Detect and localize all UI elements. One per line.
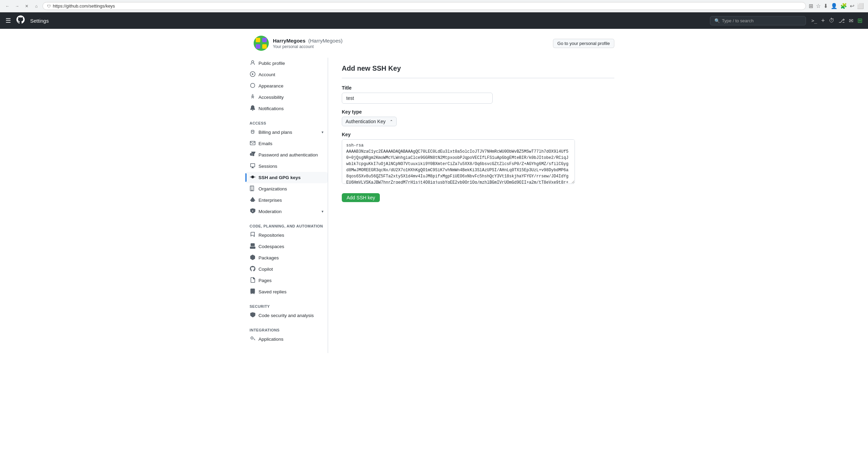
notifications-icon — [250, 105, 256, 112]
sidebar-item-label: Accessibility — [258, 95, 284, 100]
key-type-form-group: Key type Authentication Key ⌃ — [342, 109, 614, 126]
app-header: ☰ Settings 🔍 Type / to search >_ + ⏱ ⎇ ✉… — [0, 12, 868, 29]
sidebar-item-label: Enterprises — [258, 198, 282, 203]
organizations-icon — [250, 186, 256, 192]
star-icon[interactable]: ☆ — [816, 3, 821, 9]
forward-button[interactable]: → — [14, 3, 21, 10]
svg-rect-3 — [256, 44, 260, 49]
extensions-icon[interactable]: ⊞ — [809, 3, 813, 9]
svg-rect-2 — [262, 38, 267, 42]
sidebar-item-organizations[interactable]: Organizations — [245, 183, 328, 195]
inbox-icon[interactable]: ✉ — [849, 17, 853, 24]
sidebar-item-label: Repositories — [258, 233, 284, 238]
search-icon: 🔍 — [714, 18, 720, 23]
avatar — [254, 36, 269, 51]
sidebar-item-label: Organizations — [258, 186, 287, 191]
profile-sub-label: Your personal account — [273, 44, 342, 49]
chevron-down-icon: ⌃ — [390, 119, 393, 124]
clock-icon[interactable]: ⏱ — [829, 17, 834, 24]
sidebar-item-sessions[interactable]: Sessions — [245, 161, 328, 172]
terminal-icon[interactable]: >_ — [811, 18, 817, 23]
sidebar-item-password-auth[interactable]: Password and authentication — [245, 149, 328, 161]
sidebar-item-billing[interactable]: Billing and plans ▾ — [245, 127, 328, 138]
svg-rect-4 — [262, 44, 267, 49]
key-type-select[interactable]: Authentication Key ⌃ — [342, 117, 397, 126]
sidebar-item-packages[interactable]: Packages — [245, 252, 328, 264]
sidebar: Public profile Account Appearance Access… — [245, 58, 328, 353]
back-button[interactable]: ← — [4, 3, 11, 10]
search-bar[interactable]: 🔍 Type / to search — [710, 16, 806, 25]
sidebar-item-label: Public profile — [258, 61, 285, 66]
sidebar-item-account[interactable]: Account — [245, 69, 328, 80]
add-ssh-key-button[interactable]: Add SSH key — [342, 193, 380, 202]
emails-icon — [250, 140, 256, 147]
reload-button[interactable]: ✕ — [23, 3, 30, 10]
sidebar-item-label: Pages — [258, 278, 272, 283]
sidebar-item-appearance[interactable]: Appearance — [245, 80, 328, 92]
sidebar-item-moderation[interactable]: Moderation ▾ — [245, 206, 328, 217]
repo-icon[interactable]: ⎇ — [839, 17, 845, 24]
profile-banner: HarryMegoes (HarryMegoes) Your personal … — [245, 29, 623, 58]
key-textarea[interactable]: ssh-rsa AAAAB3NzaC1yc2EAAAADAQABAAAgQC70… — [342, 139, 575, 184]
sidebar-item-codespaces[interactable]: Codespaces — [245, 241, 328, 252]
enterprises-icon — [250, 197, 256, 203]
puzzle-icon[interactable]: 🧩 — [840, 3, 847, 9]
undo-icon[interactable]: ↩ — [850, 3, 854, 9]
url-text: https://github.com/settings/keys — [53, 3, 115, 9]
window-icon[interactable]: ⬜ — [857, 3, 864, 9]
packages-icon — [250, 255, 256, 261]
github-logo[interactable] — [16, 15, 25, 26]
sidebar-item-enterprises[interactable]: Enterprises — [245, 195, 328, 206]
sidebar-item-label: Appearance — [258, 83, 284, 89]
sidebar-item-copilot[interactable]: Copilot — [245, 264, 328, 275]
sidebar-item-emails[interactable]: Emails — [245, 138, 328, 149]
personal-profile-button[interactable]: Go to your personal profile — [553, 39, 614, 48]
password-icon — [250, 152, 256, 158]
sidebar-item-pages[interactable]: Pages — [245, 275, 328, 286]
svg-rect-1 — [256, 38, 260, 42]
apps-icon[interactable]: ⊞ — [857, 17, 863, 24]
hamburger-button[interactable]: ☰ — [5, 17, 11, 24]
key-type-label: Key type — [342, 109, 614, 115]
browser-toolbar-right: ⊞ ☆ ⬇ 👤 🧩 ↩ ⬜ — [809, 3, 864, 9]
download-icon[interactable]: ⬇ — [823, 3, 828, 9]
title-input[interactable] — [342, 93, 493, 104]
header-actions: >_ + ⏱ ⎇ ✉ ⊞ — [811, 17, 863, 24]
sidebar-item-label: Emails — [258, 141, 273, 146]
sidebar-item-label: Sessions — [258, 164, 277, 169]
security-icon — [250, 312, 256, 319]
sidebar-item-ssh-gpg[interactable]: SSH and GPG keys — [245, 172, 328, 183]
sidebar-item-code-security[interactable]: Code security and analysis — [245, 310, 328, 321]
repo-icon — [250, 232, 256, 238]
ssh-icon — [250, 174, 256, 181]
browser-chrome: ← → ✕ ⌂ 🛡 https://github.com/settings/ke… — [0, 0, 868, 12]
address-bar[interactable]: 🛡 https://github.com/settings/keys — [43, 2, 806, 10]
app-title: Settings — [30, 18, 49, 24]
content-area: Add new SSH Key Title Key type Authentic… — [328, 58, 623, 353]
sidebar-item-accessibility[interactable]: Accessibility — [245, 92, 328, 103]
copilot-icon — [250, 266, 256, 272]
profile-display-name: HarryMegoes (HarryMegoes) — [273, 38, 342, 44]
plus-icon[interactable]: + — [821, 17, 825, 24]
billing-icon — [250, 129, 256, 136]
account-icon — [250, 71, 256, 78]
shield-icon: 🛡 — [47, 4, 51, 8]
sidebar-item-label: Billing and plans — [258, 130, 292, 135]
sidebar-item-notifications[interactable]: Notifications — [245, 103, 328, 114]
section-security: Security — [245, 300, 328, 310]
sidebar-item-label: SSH and GPG keys — [258, 175, 301, 180]
codespaces-icon — [250, 243, 256, 250]
sidebar-item-label: Saved replies — [258, 289, 287, 294]
key-label: Key — [342, 132, 614, 137]
accessibility-icon — [250, 94, 256, 101]
sidebar-item-saved-replies[interactable]: Saved replies — [245, 286, 328, 297]
title-form-group: Title — [342, 85, 614, 104]
home-button[interactable]: ⌂ — [33, 3, 40, 10]
public-profile-icon — [250, 60, 256, 67]
profile-name-text: HarryMegoes — [273, 38, 305, 44]
chevron-icon: ▾ — [322, 209, 324, 214]
sidebar-item-applications[interactable]: Applications — [245, 334, 328, 345]
sidebar-item-public-profile[interactable]: Public profile — [245, 58, 328, 69]
profile-icon[interactable]: 👤 — [831, 3, 837, 9]
sidebar-item-repositories[interactable]: Repositories — [245, 230, 328, 241]
